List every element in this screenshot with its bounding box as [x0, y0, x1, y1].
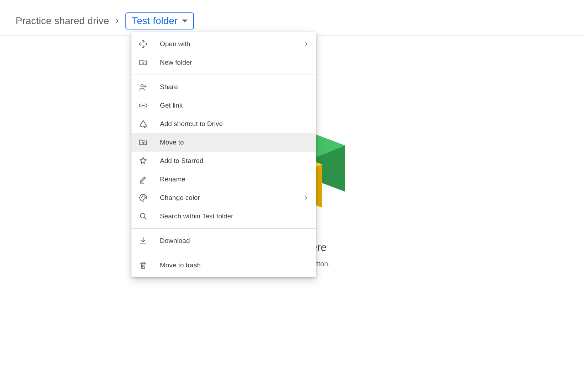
- breadcrumb-current-folder[interactable]: Test folder: [125, 12, 194, 29]
- folder-context-menu: Open with New folder Share Get link Add …: [131, 32, 316, 277]
- menu-item-label: Search within Test folder: [160, 212, 309, 220]
- menu-divider: [131, 228, 316, 229]
- menu-item-rename[interactable]: Rename: [131, 170, 316, 189]
- move-to-icon: [139, 138, 148, 147]
- link-icon: [139, 101, 148, 110]
- open-with-icon: [139, 39, 148, 49]
- svg-point-19: [145, 197, 145, 198]
- trash-icon: [139, 261, 148, 270]
- menu-item-search-within[interactable]: Search within Test folder: [131, 207, 316, 225]
- menu-item-label: Move to: [160, 138, 309, 146]
- menu-item-add-starred[interactable]: Add to Starred: [131, 152, 316, 170]
- chevron-right-icon: [114, 18, 120, 24]
- menu-item-label: Open with: [160, 40, 303, 48]
- menu-item-share[interactable]: Share: [131, 78, 316, 96]
- menu-item-label: Change color: [160, 194, 303, 202]
- add-shortcut-icon: [139, 119, 148, 129]
- search-icon: [139, 212, 148, 221]
- svg-point-16: [141, 197, 142, 198]
- menu-item-label: Download: [160, 237, 309, 245]
- new-folder-icon: [139, 58, 148, 67]
- menu-item-move-to-trash[interactable]: Move to trash: [131, 256, 316, 274]
- menu-item-label: New folder: [160, 59, 309, 66]
- menu-item-get-link[interactable]: Get link: [131, 96, 316, 115]
- menu-item-open-with[interactable]: Open with: [131, 35, 316, 53]
- menu-item-label: Move to trash: [160, 261, 309, 269]
- menu-item-label: Rename: [160, 175, 309, 183]
- menu-item-label: Add shortcut to Drive: [160, 120, 309, 128]
- menu-item-change-color[interactable]: Change color: [131, 189, 316, 207]
- menu-item-download[interactable]: Download: [131, 232, 316, 250]
- chevron-right-icon: [303, 41, 309, 47]
- chevron-right-icon: [303, 195, 309, 201]
- download-icon: [139, 236, 148, 245]
- svg-point-17: [142, 196, 143, 196]
- palette-icon: [139, 193, 148, 202]
- caret-down-icon: [182, 20, 188, 22]
- star-icon: [139, 156, 148, 165]
- breadcrumb-current-label: Test folder: [132, 15, 178, 27]
- svg-point-15: [141, 85, 143, 87]
- breadcrumb: Practice shared drive Test folder: [0, 6, 584, 36]
- menu-item-new-folder[interactable]: New folder: [131, 53, 316, 72]
- menu-item-label: Add to Starred: [160, 157, 309, 165]
- menu-item-add-shortcut[interactable]: Add shortcut to Drive: [131, 115, 316, 133]
- share-icon: [139, 82, 148, 92]
- breadcrumb-root[interactable]: Practice shared drive: [16, 15, 109, 27]
- menu-item-label: Get link: [160, 102, 309, 109]
- svg-point-18: [144, 196, 145, 196]
- menu-divider: [131, 75, 316, 75]
- menu-item-label: Share: [160, 83, 309, 91]
- rename-icon: [139, 175, 148, 184]
- menu-item-move-to[interactable]: Move to: [131, 133, 316, 152]
- menu-divider: [131, 253, 316, 253]
